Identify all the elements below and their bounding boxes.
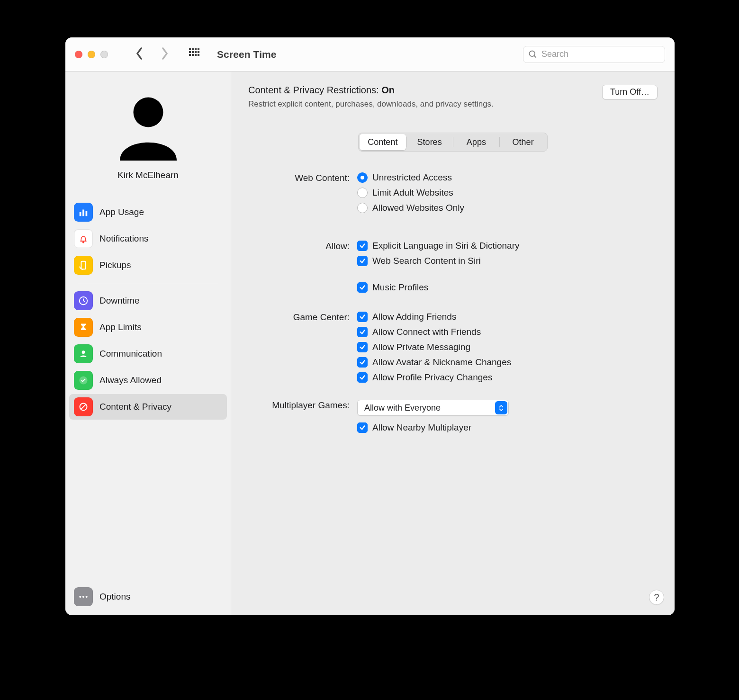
checkbox-icon — [357, 372, 368, 383]
web-content-label: Web Content: — [248, 172, 357, 183]
clock-icon — [78, 296, 89, 306]
svg-rect-11 — [198, 54, 199, 56]
svg-rect-17 — [86, 211, 88, 216]
content-pane: Content & Privacy Restrictions: On Restr… — [231, 72, 675, 615]
svg-rect-16 — [82, 210, 84, 216]
hand-phone-icon — [78, 260, 89, 270]
screen-time-window: Screen Time Kirk McElhearn App U — [65, 37, 675, 615]
check-nearby-multiplayer[interactable]: Allow Nearby Multiplayer — [357, 422, 658, 433]
checkbox-icon — [357, 342, 368, 352]
checkmark-icon — [79, 376, 88, 385]
profile: Kirk McElhearn — [65, 90, 231, 180]
nav-buttons — [135, 47, 170, 62]
sidebar-item-app-usage[interactable]: App Usage — [69, 199, 227, 225]
game-center-label: Game Center: — [248, 312, 357, 323]
sidebar-item-label: Notifications — [99, 233, 149, 244]
svg-rect-0 — [189, 48, 191, 50]
check-profile-privacy[interactable]: Allow Profile Privacy Changes — [357, 372, 658, 383]
check-web-search-siri[interactable]: Web Search Content in Siri — [357, 256, 658, 266]
search-input[interactable] — [541, 49, 660, 59]
svg-point-14 — [133, 98, 163, 127]
svg-rect-7 — [198, 51, 199, 53]
search-icon — [528, 50, 538, 59]
ellipsis-icon — [79, 595, 88, 599]
radio-label: Limit Adult Websites — [372, 188, 453, 198]
no-entry-icon — [79, 402, 88, 412]
check-music-profiles[interactable]: Music Profiles — [357, 282, 658, 293]
tab-other[interactable]: Other — [500, 134, 546, 150]
sidebar-item-pickups[interactable]: Pickups — [69, 252, 227, 278]
checkbox-icon — [357, 241, 368, 251]
segmented-tabs: Content Stores Apps Other — [358, 133, 548, 152]
svg-point-19 — [83, 242, 84, 243]
sidebar-item-downtime[interactable]: Downtime — [69, 288, 227, 314]
multiplayer-select[interactable]: Allow with Everyone — [357, 400, 509, 416]
profile-name: Kirk McElhearn — [117, 170, 179, 180]
svg-rect-8 — [189, 54, 191, 56]
help-label: ? — [654, 592, 659, 603]
sidebar-item-label: Pickups — [99, 260, 131, 270]
header-subtitle: Restrict explicit content, purchases, do… — [248, 99, 593, 109]
checkbox-icon — [357, 327, 368, 337]
back-button[interactable] — [135, 47, 144, 62]
turn-off-button[interactable]: Turn Off… — [602, 85, 658, 99]
svg-rect-9 — [192, 54, 194, 56]
search-field[interactable] — [523, 46, 665, 63]
svg-point-22 — [82, 350, 85, 354]
multiplayer-label: Multiplayer Games: — [248, 400, 357, 411]
checkbox-label: Music Profiles — [372, 282, 428, 293]
sidebar-item-label: Content & Privacy — [99, 402, 171, 412]
svg-rect-3 — [198, 48, 199, 50]
radio-unrestricted-access[interactable]: Unrestricted Access — [357, 172, 658, 183]
svg-line-25 — [81, 404, 86, 409]
checkbox-icon — [357, 312, 368, 322]
checkbox-label: Explicit Language in Siri & Dictionary — [372, 241, 520, 251]
tab-apps[interactable]: Apps — [453, 134, 500, 150]
checkbox-icon — [357, 256, 368, 266]
check-connect-friends[interactable]: Allow Connect with Friends — [357, 327, 658, 337]
sidebar-item-content-privacy[interactable]: Content & Privacy — [69, 394, 227, 420]
sidebar-item-label: Options — [99, 592, 130, 602]
sidebar-item-notifications[interactable]: Notifications — [69, 226, 227, 251]
checkbox-label: Allow Connect with Friends — [372, 327, 481, 337]
svg-rect-4 — [189, 51, 191, 53]
svg-rect-5 — [192, 51, 194, 53]
toolbar: Screen Time — [65, 37, 675, 72]
sidebar-item-always-allowed[interactable]: Always Allowed — [69, 368, 227, 393]
sidebar-item-communication[interactable]: Communication — [69, 341, 227, 367]
radio-icon — [357, 203, 368, 213]
svg-point-12 — [530, 51, 535, 56]
checkbox-icon — [357, 282, 368, 293]
allow-label: Allow: — [248, 241, 357, 251]
svg-point-28 — [86, 596, 88, 598]
radio-allowed-only[interactable]: Allowed Websites Only — [357, 203, 658, 213]
svg-point-27 — [82, 596, 84, 598]
sidebar-item-label: Downtime — [99, 296, 139, 306]
check-explicit-language[interactable]: Explicit Language in Siri & Dictionary — [357, 241, 658, 251]
checkbox-label: Allow Avatar & Nickname Changes — [372, 357, 511, 368]
sidebar-item-options[interactable]: Options — [69, 584, 227, 610]
check-allow-adding-friends[interactable]: Allow Adding Friends — [357, 312, 658, 322]
all-preferences-icon[interactable] — [189, 48, 200, 61]
bell-icon — [79, 234, 88, 243]
traffic-lights — [75, 51, 108, 58]
radio-limit-adult[interactable]: Limit Adult Websites — [357, 188, 658, 198]
close-window-icon[interactable] — [75, 51, 82, 58]
minimize-window-icon[interactable] — [88, 51, 95, 58]
svg-rect-1 — [192, 48, 194, 50]
window-title: Screen Time — [217, 49, 277, 60]
sidebar-item-app-limits[interactable]: App Limits — [69, 314, 227, 340]
zoom-window-icon — [100, 51, 108, 58]
svg-rect-10 — [195, 54, 197, 56]
tab-stores[interactable]: Stores — [406, 134, 453, 150]
svg-point-26 — [79, 596, 81, 598]
check-avatar-nickname[interactable]: Allow Avatar & Nickname Changes — [357, 357, 658, 368]
checkbox-icon — [357, 422, 368, 433]
help-button[interactable]: ? — [649, 590, 664, 605]
forward-button — [160, 47, 170, 62]
tab-content[interactable]: Content — [360, 134, 406, 150]
chevron-up-down-icon — [495, 401, 507, 414]
header-title: Content & Privacy Restrictions: On — [248, 85, 593, 96]
check-private-messaging[interactable]: Allow Private Messaging — [357, 342, 658, 352]
svg-rect-2 — [195, 48, 197, 50]
